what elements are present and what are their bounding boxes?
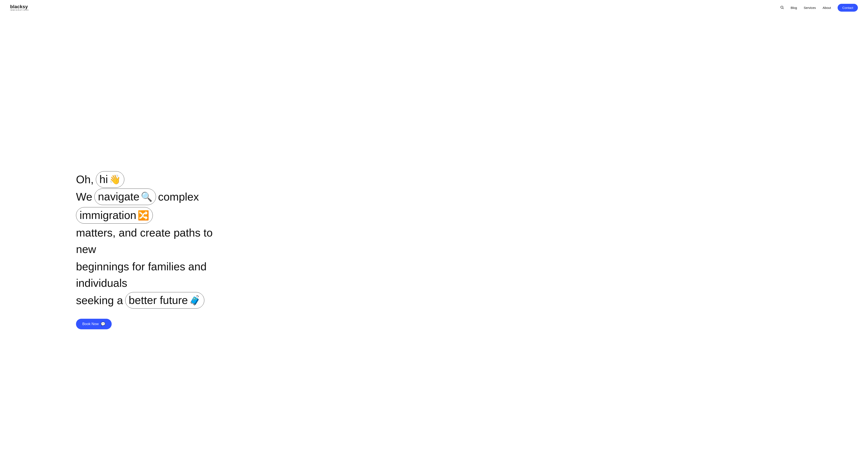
hero-pill-immigration: immigration 🔀	[76, 207, 153, 224]
hero-line-3: matters, and create paths to new	[76, 224, 224, 257]
logo-sub: IMMIGRATIONS	[10, 9, 29, 11]
hero-line2-middle: complex	[158, 189, 199, 205]
hero-line5-prefix: seeking a	[76, 292, 123, 309]
nav-right: Blog Services About Contact	[780, 4, 858, 11]
pill-immigration-text: immigration	[80, 208, 136, 223]
hero-line4-text: beginnings for families and individuals	[76, 258, 224, 291]
immigration-icon: 🔀	[137, 211, 149, 220]
book-now-label: Book Now	[82, 322, 99, 326]
luggage-icon: 🧳	[189, 296, 201, 305]
hero-pill-navigate: navigate 🔍	[94, 189, 156, 205]
contact-button[interactable]: Contact	[838, 4, 858, 11]
pill-future-text: better future	[129, 293, 188, 308]
hero-line3-text: matters, and create paths to new	[76, 224, 224, 257]
hero-line1-prefix: Oh,	[76, 171, 94, 188]
navbar: blacksy IMMIGRATIONS Blog Services About…	[0, 0, 868, 16]
hero-line-2: We navigate 🔍 complex immigration 🔀	[76, 189, 224, 224]
pill-hi-text: hi	[99, 172, 108, 187]
hero-line-4: beginnings for families and individuals	[76, 258, 224, 291]
logo-main: blacksy	[10, 4, 29, 9]
book-now-icon: 💬	[101, 322, 105, 327]
nav-item-services[interactable]: Services	[804, 6, 816, 9]
hero-pill-hi: hi 👋	[96, 171, 124, 188]
svg-line-1	[783, 8, 783, 9]
search-icon[interactable]	[780, 5, 784, 10]
navigate-icon: 🔍	[141, 192, 152, 201]
hero-line-5: seeking a better future 🧳	[76, 292, 224, 309]
nav-item-blog[interactable]: Blog	[791, 6, 797, 9]
hero-line-1: Oh, hi 👋	[76, 171, 224, 188]
pill-navigate-text: navigate	[98, 190, 140, 204]
wave-icon: 👋	[109, 175, 121, 184]
book-now-button[interactable]: Book Now 💬	[76, 319, 112, 329]
hero-cta-row: Book Now 💬	[76, 319, 112, 329]
hero-line2-prefix: We	[76, 189, 92, 205]
logo[interactable]: blacksy IMMIGRATIONS	[10, 4, 29, 11]
nav-item-about[interactable]: About	[823, 6, 831, 9]
hero-headline: Oh, hi 👋 We navigate 🔍 complex immigrati…	[76, 171, 224, 309]
hero-section: Oh, hi 👋 We navigate 🔍 complex immigrati…	[0, 0, 868, 454]
hero-pill-future: better future 🧳	[125, 292, 204, 309]
